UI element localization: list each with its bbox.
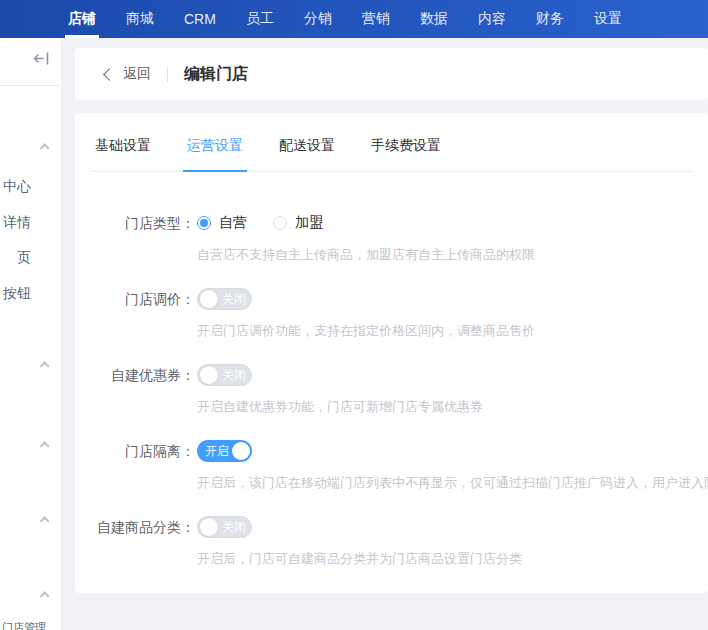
nav-item-settings[interactable]: 设置 bbox=[594, 0, 622, 38]
field-label: 门店调价： bbox=[75, 288, 195, 340]
back-button[interactable]: 返回 bbox=[105, 65, 151, 83]
field-self-coupon: 自建优惠券： 关闭 开启自建优惠券功能，门店可新增门店专属优惠券 bbox=[75, 364, 708, 416]
back-chevron-icon bbox=[103, 68, 116, 81]
field-label: 门店隔离： bbox=[75, 440, 195, 492]
sidebar-item[interactable]: 详情 bbox=[3, 214, 31, 230]
price-adjust-toggle[interactable]: 关闭 bbox=[197, 288, 252, 310]
self-category-toggle[interactable]: 关闭 bbox=[197, 516, 252, 538]
field-store-type: 门店类型： 自营 加盟 自营店不支持自主上传商品，加盟店有自主上传商品的权限 bbox=[75, 212, 708, 264]
operation-settings-form: 门店类型： 自营 加盟 自营店不支持自主上传商品，加盟店有自主上传商品的权限 bbox=[75, 172, 708, 568]
chevron-up-icon[interactable] bbox=[39, 517, 48, 526]
chevron-up-icon[interactable] bbox=[39, 144, 48, 153]
self-coupon-toggle[interactable]: 关闭 bbox=[197, 364, 252, 386]
field-hint: 自营店不支持自主上传商品，加盟店有自主上传商品的权限 bbox=[197, 246, 535, 264]
nav-item-finance[interactable]: 财务 bbox=[536, 0, 564, 38]
nav-item-marketing[interactable]: 营销 bbox=[362, 0, 390, 38]
toggle-knob bbox=[200, 366, 218, 384]
radio-franchise[interactable]: 加盟 bbox=[273, 214, 323, 232]
nav-item-shop[interactable]: 店铺 bbox=[68, 0, 96, 38]
tab-basic-settings[interactable]: 基础设置 bbox=[91, 137, 155, 171]
nav-item-distribution[interactable]: 分销 bbox=[304, 0, 332, 38]
sidebar: 中心 详情 页 按钮 门店管理 bbox=[0, 38, 62, 630]
field-store-isolation: 门店隔离： 开启 开启后，该门店在移动端门店列表中不再显示，仅可通过扫描门店推广… bbox=[75, 440, 708, 492]
field-hint: 开启自建优惠券功能，门店可新增门店专属优惠券 bbox=[197, 398, 483, 416]
page-header: 返回 编辑门店 bbox=[75, 48, 708, 100]
toggle-knob bbox=[200, 290, 218, 308]
radio-self-operated[interactable]: 自营 bbox=[197, 214, 247, 232]
nav-item-mall[interactable]: 商城 bbox=[126, 0, 154, 38]
header-divider bbox=[167, 67, 168, 82]
radio-dot-icon bbox=[197, 216, 211, 230]
nav-item-content[interactable]: 内容 bbox=[478, 0, 506, 38]
sidebar-item[interactable]: 中心 bbox=[3, 178, 31, 194]
main-panel: 基础设置 运营设置 配送设置 手续费设置 门店类型： 自营 加盟 bbox=[75, 113, 708, 593]
field-price-adjust: 门店调价： 关闭 开启门店调价功能，支持在指定价格区间内，调整商品售价 bbox=[75, 288, 708, 340]
tab-fee-settings[interactable]: 手续费设置 bbox=[367, 137, 445, 171]
sidebar-item[interactable]: 按钮 bbox=[3, 285, 31, 301]
settings-tabs: 基础设置 运营设置 配送设置 手续费设置 bbox=[91, 113, 692, 172]
field-label: 自建优惠券： bbox=[75, 364, 195, 416]
chevron-up-icon[interactable] bbox=[39, 592, 48, 601]
nav-item-crm[interactable]: CRM bbox=[184, 0, 216, 38]
store-type-radio-group: 自营 加盟 bbox=[197, 212, 535, 234]
field-hint: 开启门店调价功能，支持在指定价格区间内，调整商品售价 bbox=[197, 322, 535, 340]
field-label: 门店类型： bbox=[75, 212, 195, 264]
sidebar-bottom-label[interactable]: 门店管理 bbox=[2, 620, 46, 630]
store-isolation-toggle[interactable]: 开启 bbox=[197, 440, 252, 462]
nav-item-staff[interactable]: 员工 bbox=[246, 0, 274, 38]
sidebar-item[interactable]: 页 bbox=[17, 249, 31, 265]
field-hint: 开启后，该门店在移动端门店列表中不再显示，仅可通过扫描门店推广码进入，用户进入隔… bbox=[197, 474, 708, 492]
toggle-knob bbox=[200, 518, 218, 536]
chevron-up-icon[interactable] bbox=[39, 442, 48, 451]
top-nav: 店铺 商城 CRM 员工 分销 营销 数据 内容 财务 设置 bbox=[0, 0, 708, 38]
field-hint: 开启后，门店可自建商品分类并为门店商品设置门店分类 bbox=[197, 550, 522, 568]
chevron-up-icon[interactable] bbox=[39, 362, 48, 371]
back-label: 返回 bbox=[123, 65, 151, 83]
field-label: 自建商品分类： bbox=[75, 516, 195, 568]
radio-dot-icon bbox=[273, 216, 287, 230]
field-self-category: 自建商品分类： 关闭 开启后，门店可自建商品分类并为门店商品设置门店分类 bbox=[75, 516, 708, 568]
tab-delivery-settings[interactable]: 配送设置 bbox=[275, 137, 339, 171]
nav-item-data[interactable]: 数据 bbox=[420, 0, 448, 38]
page-title: 编辑门店 bbox=[184, 64, 248, 85]
sidebar-collapse-icon[interactable] bbox=[33, 51, 49, 66]
tab-operation-settings[interactable]: 运营设置 bbox=[183, 137, 247, 172]
sidebar-divider bbox=[0, 85, 59, 86]
toggle-knob bbox=[232, 442, 250, 460]
